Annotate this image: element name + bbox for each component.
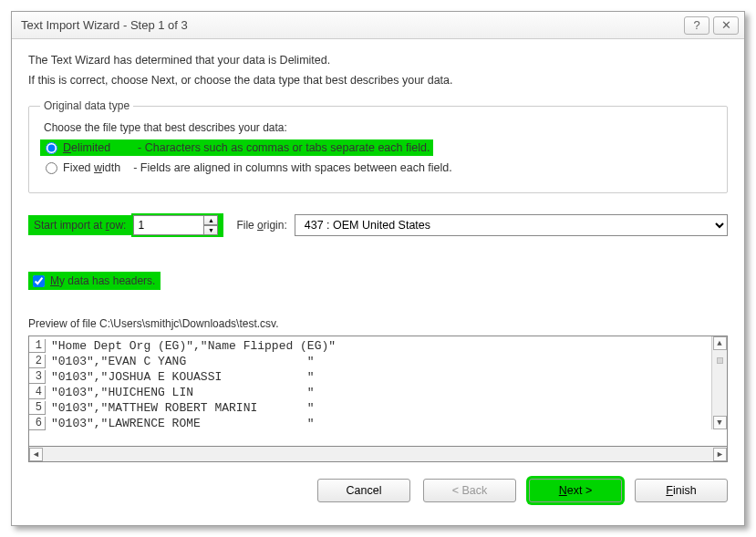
dialog-window: Text Import Wizard - Step 1 of 3 ? ✕ The… bbox=[11, 11, 745, 526]
window-title: Text Import Wizard - Step 1 of 3 bbox=[21, 18, 680, 32]
preview-line-text: "0103","JOSHUA E KOUASSI " bbox=[51, 370, 315, 384]
start-row-spinner[interactable]: ▲ ▼ bbox=[131, 213, 223, 237]
radio-fixed-width[interactable] bbox=[46, 162, 57, 174]
cancel-button[interactable]: Cancel bbox=[317, 479, 410, 502]
preview-row: 2"0103","EVAN C YANG " bbox=[29, 354, 710, 369]
start-row-input[interactable] bbox=[133, 215, 204, 235]
preview-row: 5"0103","MATTHEW ROBERT MARINI " bbox=[29, 400, 710, 416]
scroll-up-icon[interactable]: ▲ bbox=[713, 336, 727, 350]
preview-row: 4"0103","HUICHENG LIN " bbox=[29, 385, 710, 400]
start-row-label: Start import at row: bbox=[28, 215, 131, 235]
preview-line-number: 5 bbox=[29, 401, 46, 415]
back-button[interactable]: < Back bbox=[423, 479, 516, 502]
close-icon[interactable]: ✕ bbox=[713, 16, 739, 35]
preview-line-text: "0103","EVAN C YANG " bbox=[51, 355, 315, 368]
preview-line-text: "0103","HUICHENG LIN " bbox=[51, 386, 315, 399]
preview-row: 3"0103","JOSHUA E KOUASSI " bbox=[29, 369, 710, 385]
titlebar: Text Import Wizard - Step 1 of 3 ? ✕ bbox=[12, 12, 744, 39]
headers-label: My data has headers. bbox=[50, 274, 155, 287]
import-options-row: Start import at row: ▲ ▼ File origin: 43… bbox=[28, 213, 728, 237]
scroll-grip-icon[interactable] bbox=[717, 357, 723, 364]
dialog-button-row: Cancel < Back Next > Finish bbox=[28, 479, 728, 502]
groupbox-prompt: Choose the file type that best describes… bbox=[44, 121, 716, 134]
help-icon[interactable]: ? bbox=[684, 16, 709, 35]
preview-line-text: "0103","MATTHEW ROBERT MARINI " bbox=[51, 401, 315, 415]
radio-delimited-desc: - Characters such as commas or tabs sepa… bbox=[138, 141, 430, 154]
file-origin-select[interactable]: 437 : OEM United States bbox=[295, 214, 728, 236]
scroll-left-icon[interactable]: ◄ bbox=[29, 448, 43, 461]
preview-row: 1"Home Dept Org (EG)","Name Flipped (EG)… bbox=[29, 338, 710, 354]
finish-button[interactable]: Finish bbox=[635, 479, 728, 502]
preview-label: Preview of file C:\Users\smithjc\Downloa… bbox=[28, 317, 728, 330]
preview-line-number: 6 bbox=[29, 417, 46, 430]
scroll-right-icon[interactable]: ► bbox=[713, 448, 727, 461]
preview-line-number: 3 bbox=[29, 370, 46, 384]
intro-text-2: If this is correct, choose Next, or choo… bbox=[28, 74, 728, 87]
preview-vertical-scrollbar[interactable]: ▲ ▼ bbox=[711, 336, 727, 429]
preview-line-number: 2 bbox=[29, 355, 46, 368]
intro-text-1: The Text Wizard has determined that your… bbox=[28, 54, 728, 67]
scroll-down-icon[interactable]: ▼ bbox=[713, 416, 727, 429]
dialog-body: The Text Wizard has determined that your… bbox=[12, 39, 744, 525]
file-origin-label: File origin: bbox=[236, 219, 286, 232]
preview-box: 1"Home Dept Org (EG)","Name Flipped (EG)… bbox=[28, 336, 728, 447]
headers-checkbox[interactable] bbox=[33, 275, 45, 287]
spinner-down-icon[interactable]: ▼ bbox=[203, 225, 218, 235]
preview-line-text: "Home Dept Org (EG)","Name Flipped (EG)" bbox=[51, 339, 336, 353]
radio-fixed-label: Fixed width bbox=[63, 161, 120, 174]
preview-row: 6"0103","LAWRENCE ROME " bbox=[29, 416, 710, 431]
radio-fixed-desc: - Fields are aligned in columns with spa… bbox=[133, 161, 452, 174]
radio-delimited-row[interactable]: Delimited - Characters such as commas or… bbox=[40, 139, 433, 156]
radio-delimited-label: Delimited bbox=[63, 141, 110, 154]
radio-fixed-row[interactable]: Fixed width - Fields are aligned in colu… bbox=[40, 160, 716, 176]
headers-checkbox-wrap[interactable]: My data has headers. bbox=[28, 272, 161, 290]
preview-line-text: "0103","LAWRENCE ROME " bbox=[51, 417, 315, 430]
original-data-type-group: Original data type Choose the file type … bbox=[28, 99, 728, 193]
next-button[interactable]: Next > bbox=[529, 479, 622, 502]
headers-row: My data has headers. bbox=[28, 272, 728, 290]
preview-line-number: 4 bbox=[29, 386, 46, 399]
preview-horizontal-scrollbar[interactable]: ◄ ► bbox=[28, 447, 728, 462]
radio-delimited[interactable] bbox=[46, 142, 57, 154]
spinner-up-icon[interactable]: ▲ bbox=[203, 215, 218, 225]
groupbox-legend: Original data type bbox=[40, 99, 133, 112]
preview-line-number: 1 bbox=[29, 339, 46, 353]
